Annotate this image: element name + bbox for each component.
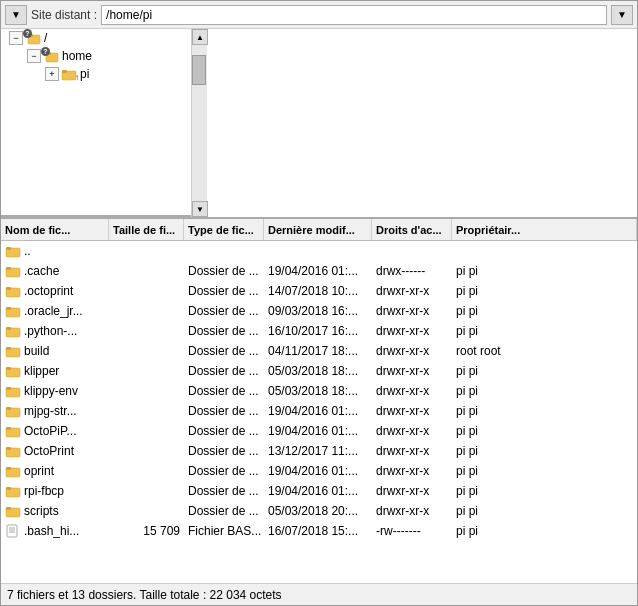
col-header-name[interactable]: Nom de fic... [1, 219, 109, 240]
file-cell-owner: pi pi [452, 521, 637, 541]
file-cell-rights: drwxr-xr-x [372, 361, 452, 381]
file-cell-type: Fichier BAS... [184, 521, 264, 541]
file-cell-date: 19/04/2016 01:... [264, 401, 372, 421]
tree-item[interactable]: − ? / [1, 29, 191, 47]
file-cell-name: mjpg-str... [1, 401, 109, 421]
file-cell-owner: pi pi [452, 361, 637, 381]
file-list: .. .cache Dossier d [1, 241, 637, 583]
table-row[interactable]: klippy-env Dossier de ... 05/03/2018 18:… [1, 381, 637, 401]
file-cell-rights: drwx------ [372, 261, 452, 281]
col-header-date[interactable]: Dernière modif... [264, 219, 372, 240]
file-cell-size [109, 321, 184, 341]
file-cell-date [264, 241, 372, 261]
file-cell-rights: drwxr-xr-x [372, 481, 452, 501]
table-row[interactable]: .. [1, 241, 637, 261]
file-cell-date: 13/12/2017 11:... [264, 441, 372, 461]
file-cell-size [109, 441, 184, 461]
table-row[interactable]: build Dossier de ... 04/11/2017 18:... d… [1, 341, 637, 361]
file-cell-size [109, 401, 184, 421]
svg-rect-17 [6, 347, 11, 350]
file-cell-date: 05/03/2018 18:... [264, 361, 372, 381]
file-cell-size [109, 421, 184, 441]
svg-rect-27 [6, 447, 11, 450]
file-cell-rights: -rw------- [372, 521, 452, 541]
remote-back-button[interactable]: ▼ [5, 5, 27, 25]
table-row[interactable]: .bash_hi... 15 709 Fichier BAS... 16/07/… [1, 521, 637, 541]
svg-rect-9 [6, 267, 11, 270]
tree-panel: − ? /− ? home+ ↑ pi [1, 29, 191, 217]
file-cell-owner: pi pi [452, 261, 637, 281]
svg-rect-34 [7, 525, 17, 537]
svg-rect-5 [62, 70, 67, 73]
remote-path-input[interactable] [101, 5, 607, 25]
svg-rect-13 [6, 307, 11, 310]
file-cell-type: Dossier de ... [184, 441, 264, 461]
file-cell-size [109, 341, 184, 361]
file-cell-type: Dossier de ... [184, 301, 264, 321]
remote-bar: ▼ Site distant : ▼ [1, 1, 637, 29]
svg-rect-19 [6, 367, 11, 370]
col-header-type[interactable]: Type de fic... [184, 219, 264, 240]
scrollbar-thumb[interactable] [192, 55, 206, 85]
tree-item[interactable]: + ↑ pi [1, 65, 191, 83]
main-container: ▼ Site distant : ▼ − ? /− ? home+ ↑ pi ▲ [0, 0, 638, 606]
table-row[interactable]: klipper Dossier de ... 05/03/2018 18:...… [1, 361, 637, 381]
file-cell-name: .bash_hi... [1, 521, 109, 541]
svg-rect-7 [6, 247, 11, 250]
scrollbar-track[interactable] [192, 45, 207, 201]
tree-expand-icon[interactable]: + [45, 67, 59, 81]
table-row[interactable]: rpi-fbcp Dossier de ... 19/04/2016 01:..… [1, 481, 637, 501]
col-header-owner[interactable]: Propriétair... [452, 219, 637, 240]
file-cell-rights: drwxr-xr-x [372, 321, 452, 341]
svg-rect-11 [6, 287, 11, 290]
file-cell-name: scripts [1, 501, 109, 521]
file-cell-owner: pi pi [452, 321, 637, 341]
file-cell-name: rpi-fbcp [1, 481, 109, 501]
remote-label: Site distant : [31, 8, 97, 22]
status-bar: 7 fichiers et 13 dossiers. Taille totale… [1, 583, 637, 605]
table-row[interactable]: .octoprint Dossier de ... 14/07/2018 10:… [1, 281, 637, 301]
file-cell-rights: drwxr-xr-x [372, 341, 452, 361]
scroll-down-button[interactable]: ▼ [192, 201, 208, 217]
col-header-size[interactable]: Taille de fi... [109, 219, 184, 240]
table-row[interactable]: OctoPiP... Dossier de ... 19/04/2016 01:… [1, 421, 637, 441]
remote-dropdown-button[interactable]: ▼ [611, 5, 633, 25]
file-cell-name: klipper [1, 361, 109, 381]
tree-section: − ? /− ? home+ ↑ pi ▲ ▼ [1, 29, 637, 219]
file-cell-owner: pi pi [452, 401, 637, 421]
column-headers: Nom de fic... Taille de fi... Type de fi… [1, 219, 637, 241]
col-header-rights[interactable]: Droits d'ac... [372, 219, 452, 240]
table-row[interactable]: .python-... Dossier de ... 16/10/2017 16… [1, 321, 637, 341]
file-cell-name: .. [1, 241, 109, 261]
svg-rect-23 [6, 407, 11, 410]
table-row[interactable]: scripts Dossier de ... 05/03/2018 20:...… [1, 501, 637, 521]
tree-expand-icon[interactable]: − [27, 49, 41, 63]
tree-item[interactable]: − ? home [1, 47, 191, 65]
file-cell-size [109, 501, 184, 521]
table-row[interactable]: .cache Dossier de ... 19/04/2016 01:... … [1, 261, 637, 281]
svg-rect-15 [6, 327, 11, 330]
table-row[interactable]: mjpg-str... Dossier de ... 19/04/2016 01… [1, 401, 637, 421]
scroll-up-button[interactable]: ▲ [192, 29, 208, 45]
status-text: 7 fichiers et 13 dossiers. Taille totale… [7, 588, 282, 602]
file-cell-rights: drwxr-xr-x [372, 501, 452, 521]
file-cell-size [109, 481, 184, 501]
table-row[interactable]: OctoPrint Dossier de ... 13/12/2017 11:.… [1, 441, 637, 461]
file-cell-size [109, 381, 184, 401]
file-cell-type: Dossier de ... [184, 501, 264, 521]
file-cell-type: Dossier de ... [184, 461, 264, 481]
file-cell-type: Dossier de ... [184, 421, 264, 441]
file-cell-size [109, 461, 184, 481]
table-row[interactable]: oprint Dossier de ... 19/04/2016 01:... … [1, 461, 637, 481]
file-cell-type: Dossier de ... [184, 261, 264, 281]
file-cell-rights: drwxr-xr-x [372, 421, 452, 441]
file-cell-rights [372, 241, 452, 261]
table-row[interactable]: .oracle_jr... Dossier de ... 09/03/2018 … [1, 301, 637, 321]
file-cell-name: OctoPiP... [1, 421, 109, 441]
file-cell-type [184, 241, 264, 261]
file-cell-name: oprint [1, 461, 109, 481]
file-cell-type: Dossier de ... [184, 401, 264, 421]
file-cell-date: 05/03/2018 20:... [264, 501, 372, 521]
tree-expand-icon[interactable]: − [9, 31, 23, 45]
file-cell-rights: drwxr-xr-x [372, 301, 452, 321]
